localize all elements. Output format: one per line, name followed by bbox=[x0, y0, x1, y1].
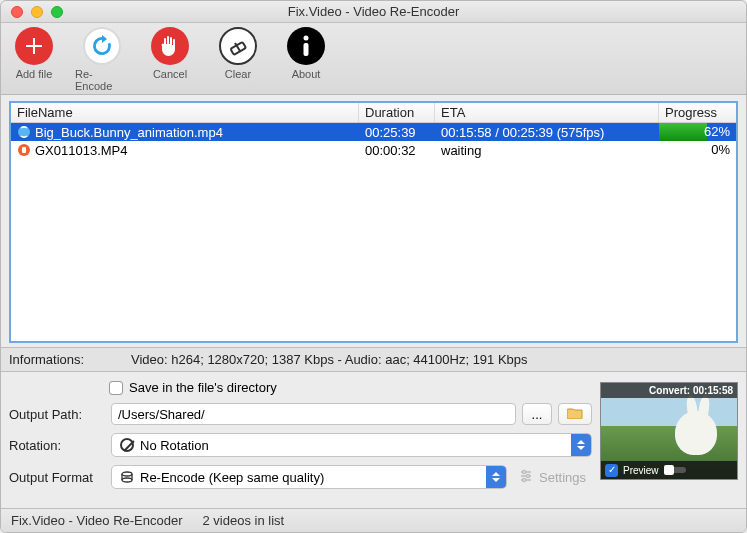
svg-point-8 bbox=[122, 478, 132, 482]
info-bar: Informations: Video: h264; 1280x720; 138… bbox=[1, 347, 746, 372]
file-list-header: FileName Duration ETA Progress bbox=[11, 103, 736, 123]
progress-bar bbox=[659, 123, 707, 141]
svg-point-16 bbox=[523, 478, 526, 481]
chevron-updown-icon bbox=[486, 466, 506, 488]
file-list: FileName Duration ETA Progress Big_Buck.… bbox=[9, 101, 738, 343]
video-file-icon bbox=[17, 143, 31, 157]
options-panel: Save in the file's directory Output Path… bbox=[1, 372, 746, 489]
save-in-dir-label: Save in the file's directory bbox=[129, 380, 277, 395]
plus-icon bbox=[15, 27, 53, 65]
titlebar: Fix.Video - Video Re-Encoder bbox=[1, 1, 746, 23]
preview-checkbox-label: Preview bbox=[623, 465, 659, 476]
preview-image-content bbox=[667, 395, 717, 455]
app-window: Fix.Video - Video Re-Encoder Add file Re… bbox=[0, 0, 747, 533]
svg-point-14 bbox=[523, 470, 526, 473]
rotation-label: Rotation: bbox=[9, 438, 105, 453]
svg-rect-6 bbox=[22, 147, 26, 153]
cell-eta: 00:15:58 / 00:25:39 (575fps) bbox=[435, 123, 659, 141]
cell-progress: 0% bbox=[659, 141, 736, 159]
svg-point-15 bbox=[527, 474, 530, 477]
window-controls bbox=[1, 6, 63, 18]
col-duration[interactable]: Duration bbox=[359, 103, 435, 122]
col-eta[interactable]: ETA bbox=[435, 103, 659, 122]
about-button[interactable]: About bbox=[279, 27, 333, 92]
cell-filename: Big_Buck.Bunny_animation.mp4 bbox=[35, 125, 223, 140]
close-window-button[interactable] bbox=[11, 6, 23, 18]
col-filename[interactable]: FileName bbox=[11, 103, 359, 122]
browse-button[interactable]: ... bbox=[522, 403, 552, 425]
cell-progress: 62% bbox=[659, 123, 736, 141]
add-file-button[interactable]: Add file bbox=[7, 27, 61, 92]
settings-button[interactable]: Settings bbox=[513, 469, 592, 486]
table-row[interactable]: GX011013.MP4 00:00:32 waiting 0% bbox=[11, 141, 736, 159]
preview-slider[interactable] bbox=[664, 467, 686, 473]
preview-panel: Convert: 00:15:58 Preview bbox=[600, 382, 738, 480]
svg-point-7 bbox=[122, 472, 132, 476]
no-rotation-icon bbox=[120, 438, 134, 452]
format-select[interactable]: Re-Encode (Keep same quality) bbox=[111, 465, 507, 489]
output-path-label: Output Path: bbox=[9, 407, 105, 422]
rotation-select[interactable]: No Rotation bbox=[111, 433, 592, 457]
reencode-icon bbox=[120, 470, 134, 484]
clear-button[interactable]: Clear bbox=[211, 27, 265, 92]
cell-eta: waiting bbox=[435, 141, 659, 159]
refresh-icon bbox=[83, 27, 121, 65]
window-title: Fix.Video - Video Re-Encoder bbox=[1, 4, 746, 19]
cell-duration: 00:25:39 bbox=[359, 123, 435, 141]
status-bar: Fix.Video - Video Re-Encoder 2 videos in… bbox=[1, 508, 746, 532]
preview-checkbox[interactable] bbox=[605, 464, 618, 477]
svg-point-2 bbox=[304, 36, 309, 41]
svg-point-4 bbox=[18, 126, 30, 138]
open-folder-button[interactable] bbox=[558, 403, 592, 425]
eraser-icon bbox=[219, 27, 257, 65]
cancel-button[interactable]: Cancel bbox=[143, 27, 197, 92]
status-count: 2 videos in list bbox=[203, 513, 285, 528]
toolbar: Add file Re-Encode Cancel Clear About bbox=[1, 23, 746, 95]
video-file-icon bbox=[17, 125, 31, 139]
folder-icon bbox=[567, 407, 583, 422]
svg-rect-3 bbox=[304, 43, 309, 56]
minimize-window-button[interactable] bbox=[31, 6, 43, 18]
cell-duration: 00:00:32 bbox=[359, 141, 435, 159]
info-label: Informations: bbox=[9, 352, 131, 367]
preview-controls: Preview bbox=[601, 461, 737, 479]
info-icon bbox=[287, 27, 325, 65]
preview-overlay-text: Convert: 00:15:58 bbox=[601, 383, 737, 398]
output-path-input[interactable] bbox=[111, 403, 516, 425]
chevron-updown-icon bbox=[571, 434, 591, 456]
col-progress[interactable]: Progress bbox=[659, 103, 736, 122]
table-row[interactable]: Big_Buck.Bunny_animation.mp4 00:25:39 00… bbox=[11, 123, 736, 141]
sliders-icon bbox=[519, 469, 533, 486]
cell-filename: GX011013.MP4 bbox=[35, 143, 128, 158]
save-in-dir-checkbox[interactable] bbox=[109, 381, 123, 395]
reencode-button[interactable]: Re-Encode bbox=[75, 27, 129, 92]
hand-stop-icon bbox=[151, 27, 189, 65]
info-text: Video: h264; 1280x720; 1387 Kbps - Audio… bbox=[131, 352, 528, 367]
status-app: Fix.Video - Video Re-Encoder bbox=[11, 513, 183, 528]
format-label: Output Format bbox=[9, 470, 105, 485]
zoom-window-button[interactable] bbox=[51, 6, 63, 18]
